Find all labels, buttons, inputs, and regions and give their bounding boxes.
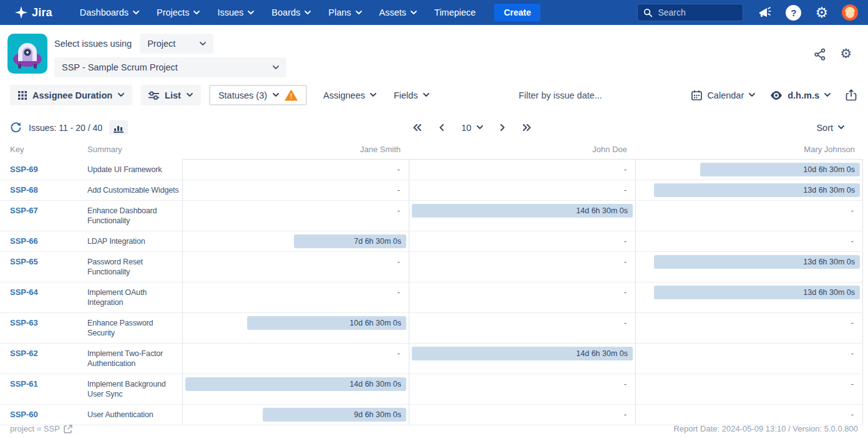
view-mode-button[interactable]: List (140, 85, 201, 105)
project-select-value: SSP - Sample Scrum Project (62, 62, 178, 72)
issue-key-cell: SSP-69 (0, 160, 87, 180)
next-page-button[interactable] (500, 123, 505, 132)
duration-format-button[interactable]: d.h.m.s (770, 90, 831, 100)
project-select[interactable]: SSP - Sample Scrum Project (54, 57, 286, 77)
announcements-icon[interactable] (757, 5, 772, 20)
no-value-dash: - (412, 183, 633, 197)
share-icon[interactable] (814, 48, 826, 60)
table-header-row: KeySummaryJane SmithJohn DoeMary Johnson (0, 142, 863, 160)
help-icon[interactable]: ? (786, 5, 801, 21)
duration-cell: - (409, 160, 635, 180)
settings-gear-icon[interactable]: ⚙ (815, 6, 828, 20)
eye-icon (770, 91, 783, 100)
table-row: SSP-62 Implement Two-Factor Authenticati… (0, 344, 863, 374)
issue-summary: LDAP Integration (87, 231, 182, 251)
table-row: SSP-65 Password Reset Functionality --13… (0, 252, 863, 282)
issue-summary: Add Customizable Widgets (87, 180, 182, 200)
previous-page-button[interactable] (439, 123, 444, 132)
issue-key-cell: SSP-65 (0, 252, 87, 282)
no-value-dash: - (412, 255, 633, 269)
no-value-dash: - (412, 234, 633, 248)
issue-key-link[interactable]: SSP-67 (10, 206, 38, 215)
sort-button[interactable]: Sort (816, 123, 844, 133)
issue-source-mode-select[interactable]: Project (140, 34, 213, 54)
calendar-select-label: Calendar (707, 90, 744, 100)
fields-filter-label: Fields (394, 90, 418, 100)
assignees-filter-button[interactable]: Assignees (323, 90, 376, 100)
user-avatar[interactable] (842, 4, 858, 21)
duration-bar: 14d 6h 30m 0s (185, 377, 406, 391)
search-input[interactable] (658, 7, 737, 17)
nav-menu-item-timepiece[interactable]: Timepiece (426, 7, 484, 17)
duration-bar: 14d 6h 30m 0s (412, 204, 633, 218)
duration-cell: 10d 6h 30m 0s (635, 160, 863, 180)
report-date-version: Report Date: 2024-05-09 13:10 / Version:… (673, 424, 858, 433)
duration-cell: 14d 6h 30m 0s (182, 374, 409, 404)
issue-date-filter-input[interactable] (429, 90, 692, 100)
jira-logo[interactable]: Jira (15, 6, 52, 19)
chevron-down-icon (411, 11, 417, 15)
issue-key-link[interactable]: SSP-66 (10, 236, 38, 246)
create-button[interactable]: Create (494, 4, 540, 21)
jira-brand-name: Jira (32, 6, 52, 19)
duration-cell: - (409, 180, 635, 200)
warning-icon: ! (285, 90, 298, 101)
issue-summary: Implement Background User Sync (87, 374, 182, 404)
chart-view-toggle[interactable] (109, 120, 128, 135)
duration-bar: 10d 6h 30m 0s (247, 316, 406, 330)
export-icon[interactable] (846, 89, 857, 101)
issue-key-link[interactable]: SSP-61 (10, 379, 38, 388)
gadget-settings-icon[interactable]: ⚙ (840, 47, 852, 60)
nav-menu-item-label: Plans (328, 7, 351, 17)
issue-summary: Password Reset Functionality (87, 252, 182, 282)
duration-bar: 10d 6h 30m 0s (700, 163, 860, 176)
no-value-dash: - (412, 286, 633, 299)
calendar-select-button[interactable]: Calendar (691, 90, 755, 100)
page-size-value: 10 (461, 123, 471, 133)
report-type-button[interactable]: Assignee Duration (10, 85, 132, 105)
duration-cell: 13d 6h 30m 0s (635, 282, 863, 312)
duration-bar: 13d 6h 30m 0s (654, 183, 860, 197)
sliders-icon (149, 91, 159, 100)
duration-bar: 14d 6h 30m 0s (412, 347, 633, 360)
issue-summary: Implement Two-Factor Authentication (87, 344, 182, 374)
nav-menu-item-projects[interactable]: Projects (148, 7, 208, 17)
issue-key-link[interactable]: SSP-68 (10, 185, 38, 195)
sort-label: Sort (816, 123, 833, 133)
table-body: SSP-69 Update UI Framework --10d 6h 30m … (0, 160, 863, 425)
duration-cell: - (635, 374, 863, 404)
issue-key-link[interactable]: SSP-63 (10, 318, 38, 327)
issue-key-link[interactable]: SSP-64 (10, 287, 38, 297)
duration-cell: - (409, 252, 635, 282)
issue-key-cell: SSP-63 (0, 313, 87, 343)
no-value-dash: - (412, 377, 633, 391)
issue-key-link[interactable]: SSP-69 (10, 165, 38, 174)
nav-menu-item-boards[interactable]: Boards (263, 7, 319, 17)
nav-menu-item-dashboards[interactable]: Dashboards (71, 7, 148, 17)
nav-menu-item-plans[interactable]: Plans (319, 7, 370, 17)
nav-menu-item-issues[interactable]: Issues (208, 7, 263, 17)
duration-cell: 14d 6h 30m 0s (409, 201, 635, 231)
nav-menu: Dashboards Projects Issues Boards Plans … (71, 7, 485, 17)
issue-key-link[interactable]: SSP-65 (10, 257, 38, 266)
bar-chart-icon (114, 123, 124, 133)
nav-right-cluster: ? ⚙ (637, 4, 858, 21)
last-page-button[interactable] (522, 123, 532, 132)
issue-key-link[interactable]: SSP-60 (10, 410, 38, 419)
statuses-filter-button[interactable]: Statuses (3) ! (209, 85, 307, 105)
page-size-select[interactable]: 10 (461, 123, 483, 133)
external-link-icon[interactable] (64, 425, 72, 433)
pagination-bar: Issues: 11 - 20 / 40 10 Sort (0, 113, 868, 141)
issue-summary: Implement OAuth Integration (87, 282, 182, 312)
global-search[interactable] (637, 4, 743, 21)
duration-cell: - (182, 252, 409, 282)
first-page-button[interactable] (412, 123, 422, 132)
issue-summary: Enhance Dashboard Functionality (87, 201, 182, 231)
issue-key-link[interactable]: SSP-62 (10, 349, 38, 358)
nav-menu-item-assets[interactable]: Assets (371, 7, 426, 17)
refresh-icon[interactable] (10, 122, 22, 133)
fields-filter-button[interactable]: Fields (394, 90, 429, 100)
select-issues-label: Select issues using (54, 39, 132, 49)
no-value-dash: - (185, 163, 406, 176)
column-header-jane-smith: Jane Smith (182, 142, 409, 160)
